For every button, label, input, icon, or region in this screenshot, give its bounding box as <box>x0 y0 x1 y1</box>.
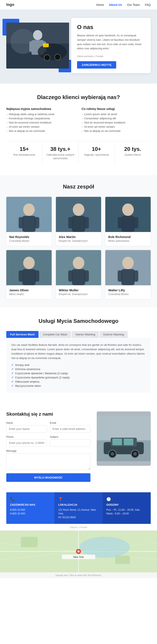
name-label: Name <box>6 422 47 424</box>
svg-rect-66 <box>21 537 38 547</box>
hero-card: O nas Massa ultrices mi quis hendrerit. … <box>71 18 151 73</box>
name-input[interactable] <box>6 425 47 432</box>
svg-rect-33 <box>19 270 23 282</box>
hero-main-image <box>6 22 69 68</box>
nav-faq[interactable]: FAQ <box>145 3 151 6</box>
nav-links: Home About Us Our Team FAQ <box>96 3 151 6</box>
submit-button[interactable]: WYŚLIJ WIADOMOŚĆ <box>6 473 90 482</box>
nav-home[interactable]: Home <box>96 3 104 6</box>
message-input[interactable] <box>6 453 90 470</box>
hero-title: O nas <box>77 24 145 30</box>
why-col2-item: Sed do eiusmod tempor incididunt <box>82 121 151 124</box>
svg-point-54 <box>111 452 114 456</box>
email-input[interactable] <box>50 425 90 432</box>
team-member-name: Bob Richmond <box>108 235 148 239</box>
stat-item: 38 tys.+ Całkowita liczba umytych samoch… <box>43 141 79 165</box>
form-group-message: Message <box>6 450 90 470</box>
team-photo <box>56 250 101 286</box>
why-col2-item: Lorem ipsum dolor sit amet <box>82 113 151 116</box>
info-card-title: ZADZWOŃ DO NAS <box>10 503 51 506</box>
why-col1-item: Sed do eiusmod moment incididunt <box>6 121 75 124</box>
services-section: Usługi Mycia Samochodowego Full Services… <box>0 307 157 401</box>
svg-point-37 <box>73 257 84 269</box>
why-col-1: Najlepsza myjnia samochodowa Obłupuję wi… <box>6 107 75 134</box>
team-info: Nat Reynolds Czarodziej Wosku <box>6 232 52 246</box>
sample-text: Sample text. Click to select the Text El… <box>0 572 157 578</box>
hero-body: Massa ultrices mi quis hendrerit. Ac ut … <box>77 34 145 51</box>
form-row-name-email: Name Email <box>6 422 90 432</box>
svg-rect-28 <box>134 217 138 228</box>
team-member-role: Ekspert ds. Zewnętrznych <box>59 293 98 296</box>
service-tab-button[interactable]: Full Services Wash <box>6 331 39 338</box>
phone-input[interactable] <box>6 439 47 446</box>
service-tab-button[interactable]: Complete Car Wash <box>39 331 71 338</box>
svg-text:New York: New York <box>73 556 84 558</box>
team-card: Nat Reynolds Czarodziej Wosku <box>6 197 52 246</box>
hero-cta-button[interactable]: ZAREZERWUJ WIZYTĘ <box>77 61 116 68</box>
why-col2-item: Nisi ut aliquip ex ea commodo <box>82 129 151 132</box>
stat-item: 20 tys. Zaufani Klienci <box>115 141 151 165</box>
service-list-item: Czyszczenie dywanów i Siedzenia (2 rzędy… <box>11 372 146 375</box>
nav-team[interactable]: Our Team <box>127 3 140 6</box>
svg-rect-21 <box>68 217 73 228</box>
svg-rect-5 <box>29 41 34 52</box>
team-info: James Oliver Mistrz wnętrz <box>6 286 52 299</box>
team-photo <box>56 197 101 232</box>
why-col1-heading: Najlepsza myjnia samochodowa <box>6 107 75 110</box>
svg-rect-45 <box>118 270 122 282</box>
team-info: Walter Lilly Czarodziej Wosku <box>105 286 151 299</box>
svg-rect-27 <box>118 217 122 228</box>
subject-input[interactable] <box>50 439 90 446</box>
svg-rect-40 <box>84 270 89 282</box>
team-photo <box>105 250 151 286</box>
team-member-name: Wiktor Muller <box>59 288 98 292</box>
service-list-item: Gorący wok <box>11 363 146 366</box>
svg-point-69 <box>77 550 80 552</box>
why-col1-item: Ut enim ad minim veniam <box>6 125 75 128</box>
nav-about[interactable]: About Us <box>109 3 122 6</box>
map-placeholder: New York <box>0 530 157 572</box>
service-list: Gorący wokOchrona ceramicznaCzyszczenie … <box>11 363 146 388</box>
team-card: Wiktor Muller Ekspert ds. Zewnętrznych <box>56 250 101 299</box>
svg-rect-15 <box>19 217 23 228</box>
email-label: Email <box>50 422 90 424</box>
form-group-phone: Phone <box>6 436 47 446</box>
why-section: Dlaczego klienci wybierają nas? Najlepsz… <box>0 84 157 175</box>
tab-content: Our car wash facilities feature flat-bel… <box>6 338 151 392</box>
team-section: Nasz zespół Nat Reynolds Czarodziej Wosk… <box>0 175 157 307</box>
svg-rect-26 <box>121 216 135 232</box>
svg-rect-20 <box>72 216 85 232</box>
navbar: logo Home About Us Our Team FAQ <box>0 0 157 10</box>
svg-rect-67 <box>115 556 130 564</box>
team-member-name: Nat Reynolds <box>9 235 49 239</box>
form-group-email: Email <box>50 422 90 432</box>
message-label: Message <box>6 450 90 452</box>
why-col2-item: Ut enim ad minim veniam <box>82 125 151 128</box>
svg-rect-52 <box>124 438 133 445</box>
info-card: 📞 ZADZWOŃ DO NAS 8-800-10-5008-800-10-50… <box>6 492 54 524</box>
stat-label: Zaufani Klienci <box>117 153 149 157</box>
why-col1-list: Obłupuję wiele usług w świetnej cenieKon… <box>6 113 75 132</box>
stat-number: 10+ <box>81 146 112 152</box>
stat-number: 38 tys.+ <box>45 146 76 152</box>
svg-point-8 <box>55 54 61 60</box>
info-card: 🕐 GODZINY Pon. - Pt.: 11:00 – 20:00, Sob… <box>103 492 151 524</box>
freepik-note: Zdjęcia z Freepik <box>0 524 157 530</box>
contact-section: Skontaktuj się z nami Name Email Phone S… <box>0 401 157 492</box>
contact-inner: Skontaktuj się z nami Name Email Phone S… <box>6 412 151 482</box>
team-info: Alex Martin Ekspert ds. Zewnętrznych <box>56 232 101 246</box>
team-card: Bob Richmond Mistrz polerowania <box>105 197 151 246</box>
form-group-subject: Subject <box>50 436 90 446</box>
form-group-name: Name <box>6 422 47 432</box>
service-tab-button[interactable]: Interior Washing <box>72 331 99 338</box>
service-tab-button[interactable]: Exterior Washing <box>100 331 128 338</box>
contact-title: Skontaktuj się z nami <box>6 412 90 417</box>
svg-point-9 <box>44 55 50 60</box>
svg-rect-46 <box>134 270 138 282</box>
info-card-text: 8-800-10-5008-800-10-500 <box>10 508 51 516</box>
map-section: New York <box>0 530 157 572</box>
why-col2-heading: Co robimy Nasze usługi <box>82 107 151 110</box>
info-card-title: LOKALIZACJA <box>58 503 99 506</box>
info-card: 📍 LOKALIZACJA 121 Rock Street, 21 Avenue… <box>54 492 103 524</box>
svg-rect-34 <box>35 270 39 282</box>
